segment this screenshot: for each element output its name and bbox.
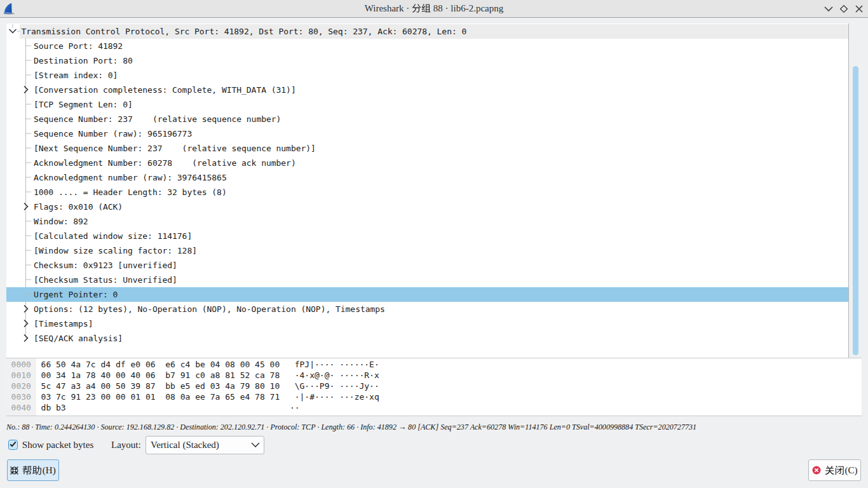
hex-offset: 0030 xyxy=(11,392,31,402)
hex-dump-row[interactable]: 0020 5c 47 a3 a4 00 50 39 87 bb e5 ed 03… xyxy=(11,381,379,391)
hex-bytes-ascii: 66 50 4a 7c d4 df e0 06 e6 c4 be 04 08 0… xyxy=(31,360,379,369)
tree-row[interactable]: Urgent Pointer: 0 xyxy=(6,287,848,302)
tree-row[interactable]: Acknowledgment Number: 60278 (relative a… xyxy=(6,156,848,170)
tree-row-text: Window: 892 xyxy=(34,214,88,229)
selected-row-highlight xyxy=(6,287,848,302)
hex-offset: 0020 xyxy=(11,381,31,391)
tree-row-text: [Checksum Status: Unverified] xyxy=(34,273,177,287)
help-button-suffix: (H) xyxy=(43,465,56,476)
x-close-icon xyxy=(855,5,863,13)
tree-row-text: Acknowledgment number (raw): 3976415865 xyxy=(34,170,227,185)
tree-row-text: Destination Port: 80 xyxy=(34,53,133,68)
hex-bytes-ascii: 5c 47 a3 a4 00 50 39 87 bb e5 ed 03 4a 7… xyxy=(31,381,379,391)
close-button-content: (C) xyxy=(809,460,860,480)
checkmark-icon xyxy=(9,440,17,448)
window-title: Wireshark · 88 · lib6-2.pcapng xyxy=(0,0,868,17)
controls-row: Show packet bytes Layout: Vertical (Stac… xyxy=(0,436,868,454)
chevron-down-icon xyxy=(824,6,833,11)
tree-row[interactable]: Sequence Number (raw): 965196773 xyxy=(6,126,848,141)
tree-row-text: Checksum: 0x9123 [unverified] xyxy=(34,258,177,273)
combo-chevron-down-icon xyxy=(251,442,260,448)
tree-row-text: [Timestamps] xyxy=(34,316,93,331)
tree-row[interactable]: [Stream index: 0] xyxy=(6,68,848,83)
hex-dump-lines: 0000 66 50 4a 7c d4 df e0 06 e6 c4 be 04… xyxy=(11,359,379,413)
close-button-suffix: (C) xyxy=(845,465,858,476)
hex-bytes-ascii: db b3 ·· xyxy=(31,403,300,412)
tree-row-text: Urgent Pointer: 0 xyxy=(34,287,118,302)
hex-dump-row[interactable]: 0040 db b3 ·· xyxy=(11,402,379,413)
help-button[interactable]: (H) xyxy=(7,459,59,481)
show-packet-bytes-label[interactable]: Show packet bytes xyxy=(22,436,93,454)
tree-row[interactable]: Source Port: 41892 xyxy=(6,39,848,53)
tree-row-text: Sequence Number: 237 (relative sequence … xyxy=(34,112,281,126)
tree-row[interactable]: Options: (12 bytes), No-Operation (NOP),… xyxy=(6,302,848,316)
tree-row[interactable]: [Next Sequence Number: 237 (relative seq… xyxy=(6,141,848,156)
tree-row-text: Sequence Number (raw): 965196773 xyxy=(34,126,192,141)
help-button-content: (H) xyxy=(8,460,58,480)
close-button[interactable]: (C) xyxy=(808,459,861,481)
tree-row[interactable]: Checksum: 0x9123 [unverified] xyxy=(6,258,848,273)
hex-offset: 0000 xyxy=(11,360,31,369)
tree-row-text: Transmission Control Protocol, Src Port:… xyxy=(22,24,467,39)
tree-row-text: [SEQ/ACK analysis] xyxy=(34,331,123,346)
hex-bytes-ascii: 00 34 1a 78 40 00 40 06 b7 91 c0 a8 81 5… xyxy=(31,370,379,380)
window-close-button[interactable] xyxy=(851,0,867,17)
tree-row[interactable]: 1000 .... = Header Length: 32 bytes (8) xyxy=(6,185,848,200)
show-packet-bytes-checkbox[interactable] xyxy=(8,440,18,450)
tree-row[interactable]: [SEQ/ACK analysis] xyxy=(6,331,848,346)
tree-row[interactable]: [Calculated window size: 114176] xyxy=(6,229,848,243)
tree-row-text: [TCP Segment Len: 0] xyxy=(34,97,133,112)
tree-row[interactable]: [Window size scaling factor: 128] xyxy=(6,243,848,258)
tree-row[interactable]: [Checksum Status: Unverified] xyxy=(6,273,848,287)
tree-scrollbar-thumb[interactable] xyxy=(853,66,858,355)
tree-row[interactable]: [Conversation completeness: Complete, WI… xyxy=(6,83,848,97)
tree-row-text: Flags: 0x010 (ACK) xyxy=(34,200,123,214)
tree-row-text: Options: (12 bytes), No-Operation (NOP),… xyxy=(34,302,385,316)
tree-row[interactable]: Acknowledgment number (raw): 3976415865 xyxy=(6,170,848,185)
tree-row[interactable]: [TCP Segment Len: 0] xyxy=(6,97,848,112)
hex-offset: 0010 xyxy=(11,370,31,380)
maximize-button[interactable] xyxy=(836,0,851,17)
minimize-button[interactable] xyxy=(821,0,836,17)
diamond-maximize-icon xyxy=(839,4,848,13)
tree-row-text: Acknowledgment Number: 60278 (relative a… xyxy=(34,156,296,170)
tree-row-text: [Window size scaling factor: 128] xyxy=(34,243,197,258)
wireshark-packet-dialog: Wireshark · 88 · lib6-2.pcapng Transmiss… xyxy=(0,0,868,488)
tree-row-text: [Next Sequence Number: 237 (relative seq… xyxy=(34,141,316,156)
layout-dropdown[interactable]: Vertical (Stacked) xyxy=(146,436,264,454)
tree-row[interactable]: Transmission Control Protocol, Src Port:… xyxy=(6,24,848,39)
tree-row[interactable]: Flags: 0x010 (ACK) xyxy=(6,200,848,214)
hex-dump-row[interactable]: 0030 03 7c 91 23 00 00 01 01 08 0a ee 7a… xyxy=(11,391,379,402)
tree-row-text: Source Port: 41892 xyxy=(34,39,123,53)
hex-bytes-ascii: 03 7c 91 23 00 00 01 01 08 0a ee 7a 65 e… xyxy=(31,392,379,402)
tree-row[interactable]: Sequence Number: 237 (relative sequence … xyxy=(6,112,848,126)
hex-dump-row[interactable]: 0000 66 50 4a 7c d4 df e0 06 e6 c4 be 04… xyxy=(11,359,379,370)
help-button-cjk xyxy=(22,465,42,475)
packet-detail-tree[interactable]: Transmission Control Protocol, Src Port:… xyxy=(6,24,848,358)
packet-bytes-pane[interactable]: 0000 66 50 4a 7c d4 df e0 06 e6 c4 be 04… xyxy=(6,358,862,416)
tree-row-text: [Calculated window size: 114176] xyxy=(34,229,192,243)
tree-row-text: 1000 .... = Header Length: 32 bytes (8) xyxy=(34,185,227,200)
help-lifebuoy-icon xyxy=(10,466,18,475)
close-red-circle-icon xyxy=(812,466,821,475)
tree-row[interactable]: [Timestamps] xyxy=(6,316,848,331)
titlebar: Wireshark · 88 · lib6-2.pcapng xyxy=(0,0,868,18)
hex-offset: 0040 xyxy=(11,403,31,412)
window-title-suffix: 88 · lib6-2.pcapng xyxy=(431,3,503,13)
tree-row[interactable]: Destination Port: 80 xyxy=(6,53,848,68)
tree-row[interactable]: Window: 892 xyxy=(6,214,848,229)
tree-row-text: [Stream index: 0] xyxy=(34,68,118,83)
window-title-cjk xyxy=(412,3,431,13)
window-title-prefix: Wireshark · xyxy=(365,3,412,13)
layout-label: Layout: xyxy=(111,436,141,454)
packet-summary-line: No.: 88 · Time: 0.244264130 · Source: 19… xyxy=(6,421,696,433)
tree-scrollbar[interactable] xyxy=(848,24,862,358)
close-button-cjk xyxy=(825,465,844,475)
layout-dropdown-value: Vertical (Stacked) xyxy=(151,437,219,454)
hex-dump-row[interactable]: 0010 00 34 1a 78 40 00 40 06 b7 91 c0 a8… xyxy=(11,370,379,381)
tree-row-text: [Conversation completeness: Complete, WI… xyxy=(34,83,296,97)
